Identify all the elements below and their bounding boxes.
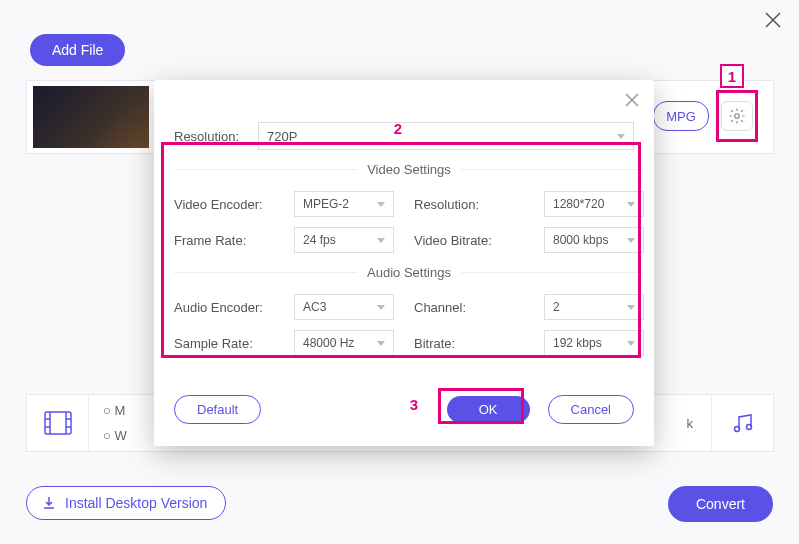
profile-settings-modal: Resolution: 720P Video Settings Video En… (154, 80, 654, 446)
video-resolution-select[interactable]: 1280*720 (544, 191, 644, 217)
chevron-down-icon (377, 238, 385, 243)
channel-select[interactable]: 2 (544, 294, 644, 320)
audio-settings-section: Audio Settings Audio Encoder: AC3 Channe… (174, 265, 644, 356)
frame-rate-label: Frame Rate: (174, 233, 274, 248)
close-icon (624, 92, 640, 108)
settings-gear-button[interactable] (721, 101, 753, 131)
video-settings-legend: Video Settings (357, 162, 461, 177)
radio-option[interactable]: ○ M (103, 403, 127, 418)
video-bitrate-label: Video Bitrate: (414, 233, 524, 248)
chevron-down-icon (627, 305, 635, 310)
convert-button[interactable]: Convert (668, 486, 773, 522)
audio-bitrate-label: Bitrate: (414, 336, 524, 351)
video-thumbnail[interactable] (33, 86, 149, 148)
video-resolution-label: Resolution: (414, 197, 524, 212)
frame-rate-select[interactable]: 24 fps (294, 227, 394, 253)
svg-point-3 (746, 425, 751, 430)
svg-rect-1 (45, 412, 71, 434)
audio-settings-legend: Audio Settings (357, 265, 461, 280)
install-label: Install Desktop Version (65, 495, 207, 511)
gear-icon (728, 107, 746, 125)
audio-encoder-select[interactable]: AC3 (294, 294, 394, 320)
resolution-value: 720P (267, 129, 297, 144)
add-file-button[interactable]: Add File (30, 34, 125, 66)
download-icon (41, 495, 57, 511)
sample-rate-label: Sample Rate: (174, 336, 274, 351)
chevron-down-icon (377, 202, 385, 207)
format-button[interactable]: MPG (653, 101, 709, 131)
film-icon (44, 411, 72, 435)
sample-rate-select[interactable]: 48000 Hz (294, 330, 394, 356)
chevron-down-icon (627, 341, 635, 346)
modal-close-button[interactable] (624, 92, 640, 112)
video-bitrate-select[interactable]: 8000 kbps (544, 227, 644, 253)
audio-encoder-label: Audio Encoder: (174, 300, 274, 315)
default-button[interactable]: Default (174, 395, 261, 424)
svg-point-0 (735, 114, 740, 119)
chevron-down-icon (377, 341, 385, 346)
video-settings-section: Video Settings Video Encoder: MPEG-2 Res… (174, 162, 644, 253)
resolution-select[interactable]: 720P (258, 122, 634, 150)
audio-bitrate-select[interactable]: 192 kbps (544, 330, 644, 356)
video-encoder-label: Video Encoder: (174, 197, 274, 212)
chevron-down-icon (617, 134, 625, 139)
svg-point-2 (734, 427, 739, 432)
channel-label: Channel: (414, 300, 524, 315)
cancel-button[interactable]: Cancel (548, 395, 634, 424)
video-output-tab[interactable] (27, 395, 89, 451)
truncated-text: k (687, 416, 694, 431)
radio-option[interactable]: ○ W (103, 428, 127, 443)
install-desktop-button[interactable]: Install Desktop Version (26, 486, 226, 520)
app-close-button[interactable] (761, 8, 785, 32)
chevron-down-icon (627, 202, 635, 207)
ok-button[interactable]: OK (447, 396, 530, 423)
audio-output-tab[interactable] (711, 395, 773, 451)
music-icon (731, 411, 755, 435)
video-encoder-select[interactable]: MPEG-2 (294, 191, 394, 217)
chevron-down-icon (377, 305, 385, 310)
chevron-down-icon (627, 238, 635, 243)
resolution-label: Resolution: (174, 129, 252, 144)
